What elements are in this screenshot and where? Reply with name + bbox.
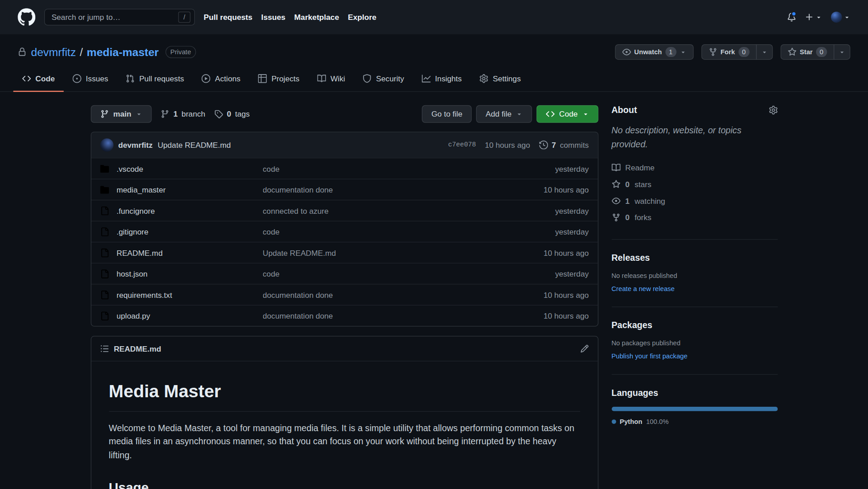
folder-icon: [100, 185, 109, 194]
tags-link[interactable]: 0 tags: [214, 109, 250, 118]
about-title: About: [611, 105, 777, 115]
releases-title: Releases: [611, 253, 777, 263]
file-name-link[interactable]: .funcignore: [117, 206, 255, 215]
repo-name-link[interactable]: media-master: [87, 46, 159, 58]
packages-title: Packages: [611, 320, 777, 330]
history-icon: [539, 141, 548, 150]
file-name-link[interactable]: requirements.txt: [117, 290, 255, 299]
nav-issues[interactable]: Issues: [261, 13, 285, 22]
tab-label: Insights: [435, 74, 462, 83]
latest-commit-bar: devmrfitz Update README.md c7ee078 10 ho…: [91, 132, 597, 158]
nav-pull-requests[interactable]: Pull requests: [204, 13, 253, 22]
file-commit-message[interactable]: code: [263, 164, 504, 173]
file-row-host-json: host.jsoncodeyesterday: [91, 263, 597, 284]
publish-package-link[interactable]: Publish your first package: [611, 353, 687, 360]
eye-icon: [611, 196, 620, 205]
nav-marketplace[interactable]: Marketplace: [294, 13, 339, 22]
tab-projects[interactable]: Projects: [249, 66, 308, 92]
about-forks[interactable]: 0forks: [611, 209, 777, 226]
tab-security[interactable]: Security: [354, 66, 413, 92]
github-mark-icon: [18, 8, 35, 26]
create-release-link[interactable]: Create a new release: [611, 285, 675, 292]
file-commit-message[interactable]: code: [263, 227, 504, 236]
commits-count: 7: [552, 141, 556, 150]
global-search: /: [44, 9, 195, 26]
caret-down-icon: [844, 14, 850, 21]
file-commit-message[interactable]: documentation done: [263, 311, 504, 320]
add-file-label: Add file: [486, 109, 511, 118]
commit-message-link[interactable]: Update README.md: [158, 141, 231, 150]
file-icon: [100, 248, 109, 257]
tab-pull-requests[interactable]: Pull requests: [117, 66, 193, 92]
languages-section: Languages Python100.0%: [611, 374, 777, 438]
about-watching[interactable]: 1watching: [611, 193, 777, 209]
shield-icon: [363, 74, 372, 83]
about-stars[interactable]: 0stars: [611, 176, 777, 193]
languages-title-text: Languages: [611, 388, 658, 398]
fork-button[interactable]: Fork 0: [701, 44, 756, 60]
nav-explore[interactable]: Explore: [348, 13, 377, 22]
file-name-link[interactable]: README.md: [117, 248, 255, 257]
commit-history-link[interactable]: 7 commits: [539, 141, 589, 150]
star-icon: [788, 47, 797, 56]
edit-readme-button[interactable]: [580, 344, 589, 353]
file-name-link[interactable]: .vscode: [117, 164, 255, 173]
branch-selector[interactable]: main: [90, 105, 152, 123]
search-input[interactable]: [44, 9, 195, 26]
packages-empty-text: No packages published: [611, 339, 777, 347]
about-label: stars: [635, 178, 651, 191]
fork-button-group: Fork 0: [701, 44, 773, 60]
file-commit-message[interactable]: connected to azure: [263, 206, 504, 215]
file-commit-message[interactable]: Update README.md: [263, 248, 504, 257]
unwatch-label: Unwatch: [634, 48, 662, 56]
file-commit-message[interactable]: code: [263, 269, 504, 278]
caret-down-icon: [582, 111, 589, 118]
commit-sha-link[interactable]: c7ee078: [448, 141, 476, 149]
tab-settings[interactable]: Settings: [471, 66, 530, 92]
go-to-file-button[interactable]: Go to file: [422, 105, 472, 123]
tab-actions[interactable]: Actions: [193, 66, 250, 92]
branches-link[interactable]: 1 branch: [160, 109, 205, 118]
tab-issues[interactable]: Issues: [64, 66, 117, 92]
code-panel: main 1 branch 0 tags Go to file Add file: [90, 105, 598, 489]
tab-label: Actions: [215, 74, 241, 83]
main-content: main 1 branch 0 tags Go to file Add file: [90, 92, 778, 489]
notifications-button[interactable]: [787, 13, 796, 22]
fork-dropdown-button[interactable]: [756, 44, 773, 60]
screen: / Pull requestsIssuesMarketplaceExplore …: [0, 0, 868, 489]
star-icon: [611, 179, 620, 188]
file-commit-time: yesterday: [511, 269, 589, 278]
owner-link[interactable]: devmrfitz: [31, 46, 76, 58]
add-file-button[interactable]: Add file: [476, 105, 532, 123]
unwatch-button[interactable]: Unwatch 1: [615, 44, 693, 60]
file-row-readme-md: README.mdUpdate README.md10 hours ago: [91, 242, 597, 263]
commit-author-link[interactable]: devmrfitz: [118, 141, 152, 150]
star-dropdown-button[interactable]: [834, 44, 850, 60]
file-name-link[interactable]: .gitignore: [117, 227, 255, 236]
tab-code[interactable]: Code: [13, 66, 63, 92]
repository-title: devmrfitz / media-master: [31, 46, 159, 58]
create-new-menu[interactable]: [805, 13, 822, 22]
file-name-link[interactable]: host.json: [117, 269, 255, 278]
github-logo[interactable]: [18, 8, 35, 26]
tab-label: Projects: [271, 74, 299, 83]
file-commit-message[interactable]: documentation done: [263, 290, 504, 299]
language-python[interactable]: Python100.0%: [611, 418, 777, 425]
tab-wiki[interactable]: Wiki: [308, 66, 354, 92]
git-branch-icon: [100, 109, 109, 118]
language-bar: [611, 407, 777, 411]
tab-insights[interactable]: Insights: [413, 66, 471, 92]
user-menu[interactable]: [831, 12, 850, 23]
file-commit-time: yesterday: [511, 227, 589, 236]
code-download-button[interactable]: Code: [537, 105, 598, 123]
star-button[interactable]: Star 0: [780, 44, 834, 60]
edit-repo-details-button[interactable]: [769, 106, 778, 115]
tag-count: 0: [227, 109, 231, 118]
commit-author-avatar[interactable]: [100, 138, 113, 151]
file-name-link[interactable]: media_master: [117, 185, 255, 194]
file-commit-message[interactable]: documentation done: [263, 185, 504, 194]
file-name-link[interactable]: upload.py: [117, 311, 255, 320]
tab-label: Code: [35, 74, 55, 83]
readme-usage-heading: Usage: [109, 477, 580, 489]
about-readme[interactable]: Readme: [611, 159, 777, 176]
